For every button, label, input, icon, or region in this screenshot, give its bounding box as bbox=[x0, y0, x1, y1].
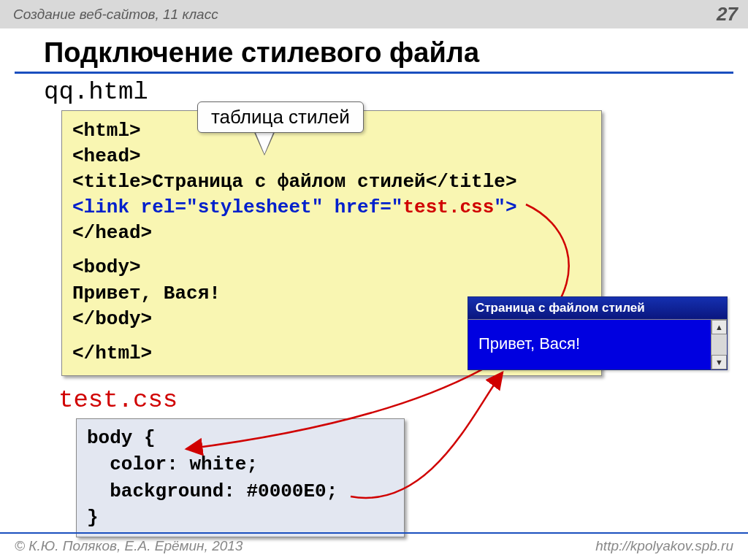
callout-label: таблица стилей bbox=[197, 101, 364, 133]
browser-body: Привет, Вася! bbox=[468, 320, 711, 369]
slide-header: Создание веб-сайтов, 11 класс 27 bbox=[0, 0, 748, 28]
callout-pointer bbox=[254, 129, 275, 154]
browser-titlebar: Страница с файлом стилей bbox=[468, 297, 727, 319]
scroll-up-icon[interactable]: ▲ bbox=[711, 320, 727, 334]
filename-css: test.css bbox=[58, 386, 748, 414]
page-number: 27 bbox=[717, 3, 738, 26]
code-line: <body> bbox=[72, 255, 591, 280]
scroll-down-icon[interactable]: ▼ bbox=[711, 355, 727, 369]
slide-footer: © К.Ю. Поляков, Е.А. Ерёмин, 2013 http:/… bbox=[0, 532, 748, 560]
code-block-css: body { color: white; background: #0000E0… bbox=[76, 418, 405, 538]
filename-html: qq.html bbox=[44, 78, 748, 106]
code-line: <head> bbox=[72, 144, 591, 169]
code-line: } bbox=[87, 505, 394, 531]
footer-url: http://kpolyakov.spb.ru bbox=[595, 538, 733, 554]
code-line-link: <link rel="stylesheet" href="test.css"> bbox=[72, 195, 591, 220]
browser-scrollbar[interactable]: ▲ ▼ bbox=[711, 320, 727, 369]
code-line: <title>Страница с файлом стилей</title> bbox=[72, 169, 591, 195]
footer-copyright: © К.Ю. Поляков, Е.А. Ерёмин, 2013 bbox=[15, 538, 243, 554]
code-line: background: #0000E0; bbox=[87, 478, 394, 505]
code-line: </head> bbox=[72, 220, 591, 246]
code-line: color: white; bbox=[87, 451, 394, 477]
header-left: Создание веб-сайтов, 11 класс bbox=[13, 7, 218, 23]
code-line: body { bbox=[87, 425, 394, 451]
browser-window: Страница с файлом стилей Привет, Вася! ▲… bbox=[468, 296, 728, 370]
slide-title: Подключение стилевого файла bbox=[15, 28, 733, 74]
